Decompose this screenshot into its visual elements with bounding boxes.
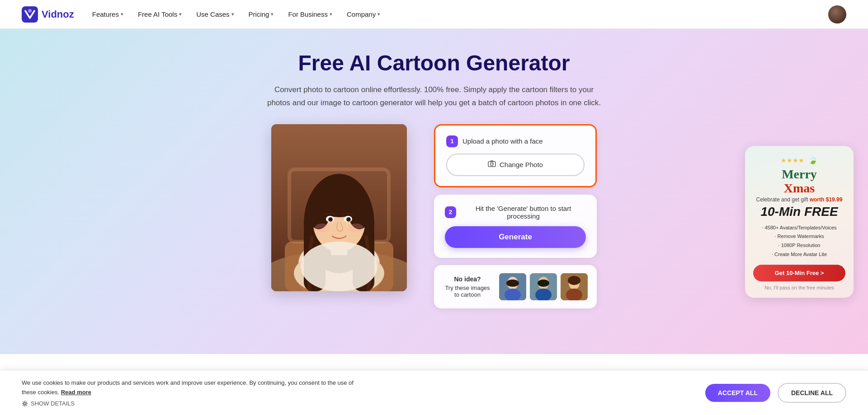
read-more-link[interactable]: Read more [61,389,91,396]
svg-point-42 [24,402,26,405]
svg-point-36 [538,280,549,287]
sample-image-2[interactable] [530,273,557,300]
decline-all-button[interactable]: DECLINE ALL [778,383,846,403]
hero-section: Free AI Cartoon Generator Convert photo … [0,29,868,354]
accept-all-button[interactable]: ACCEPT ALL [705,384,770,402]
svg-point-24 [348,218,350,220]
hero-content: 1 Upload a photo with a face Change Phot… [0,124,868,308]
svg-point-25 [315,224,329,233]
promo-subtitle: Celebrate and get gift worth $19.99 [753,196,845,203]
nav-item-use-cases[interactable]: Use Cases ▾ [196,10,234,18]
gear-icon [22,401,28,407]
photo-preview [271,124,407,291]
no-idea-subtitle: Try these images to cartoon [443,284,492,298]
promo-skip-link[interactable]: No, I'll pass on the free minutes [753,285,845,290]
sample-image-1[interactable] [499,273,526,300]
nav-items: Features ▾ Free AI Tools ▾ Use Cases ▾ P… [92,10,380,18]
sample-images [499,273,588,300]
chevron-down-icon: ▾ [330,11,332,17]
avatar[interactable] [828,5,846,23]
svg-point-40 [568,276,580,285]
avatar-image [828,5,846,23]
no-idea-text: No idea? Try these images to cartoon [443,275,492,298]
step1-label: Upload a photo with a face [462,137,543,145]
svg-rect-28 [488,162,495,167]
svg-point-29 [491,163,493,165]
svg-rect-0 [22,6,38,23]
portrait-illustration [271,124,407,291]
photo-inner [271,124,407,291]
chevron-down-icon: ▾ [231,11,234,17]
svg-point-1 [28,9,32,13]
promo-worth: worth $19.99 [810,196,843,203]
cookie-message: We use cookies to make our products and … [22,378,356,397]
nav-item-company[interactable]: Company ▾ [347,10,380,18]
step2-badge: 2 [445,206,456,218]
cookie-buttons: ACCEPT ALL DECLINE ALL [705,383,846,403]
promo-stars: ★★★★ 🍃 [753,155,845,165]
no-idea-title: No idea? [443,275,492,283]
no-idea-card: No idea? Try these images to cartoon [434,265,597,308]
cookie-text-area: We use cookies to make our products and … [22,378,356,407]
promo-xmas: Xmas [784,181,815,195]
navbar-left: Vidnoz Features ▾ Free AI Tools ▾ Use Ca… [22,6,380,23]
generate-button[interactable]: Generate [445,226,586,248]
nav-item-for-business[interactable]: For Business ▾ [288,10,332,18]
logo-icon [22,6,38,23]
logo[interactable]: Vidnoz [22,6,74,23]
nav-item-pricing[interactable]: Pricing ▾ [249,10,274,18]
step2-header: 2 Hit the 'Generate' button to start pro… [445,205,586,220]
change-photo-button[interactable]: Change Photo [446,154,585,176]
hero-subtitle: Convert photo to cartoon online effortle… [262,84,606,110]
page-title: Free AI Cartoon Generator [0,51,868,75]
show-details-toggle[interactable]: SHOW DETAILS [22,400,356,407]
chevron-down-icon: ▾ [377,11,380,17]
step2-label: Hit the 'Generate' button to start proce… [461,205,586,220]
nav-item-free-ai-tools[interactable]: Free AI Tools ▾ [138,10,182,18]
promo-features: · 4580+ Avatars/Templates/Voices · Remov… [753,224,845,259]
cookie-banner: We use cookies to make our products and … [0,370,868,415]
svg-point-32 [506,280,519,287]
right-panel: 1 Upload a photo with a face Change Phot… [434,124,597,308]
svg-point-26 [349,224,363,233]
step1-card: 1 Upload a photo with a face Change Phot… [434,124,597,187]
photo-icon [488,160,496,170]
nav-item-features[interactable]: Features ▾ [92,10,123,18]
promo-title: Merry Xmas [753,168,845,196]
promo-get-free-button[interactable]: Get 10-Min Free > [753,265,845,281]
chevron-down-icon: ▾ [121,11,123,17]
step2-card: 2 Hit the 'Generate' button to start pro… [434,195,597,258]
step1-badge: 1 [446,135,458,147]
promo-free-label: 10-Min FREE [753,205,845,219]
chevron-down-icon: ▾ [271,11,274,17]
svg-point-23 [330,218,332,220]
step1-header: 1 Upload a photo with a face [446,135,585,147]
chevron-down-icon: ▾ [179,11,182,17]
navbar: Vidnoz Features ▾ Free AI Tools ▾ Use Ca… [0,0,868,29]
sample-image-3[interactable] [561,273,588,300]
svg-point-27 [301,242,377,291]
promo-card: ★★★★ 🍃 Merry Xmas Celebrate and get gift… [745,146,854,298]
